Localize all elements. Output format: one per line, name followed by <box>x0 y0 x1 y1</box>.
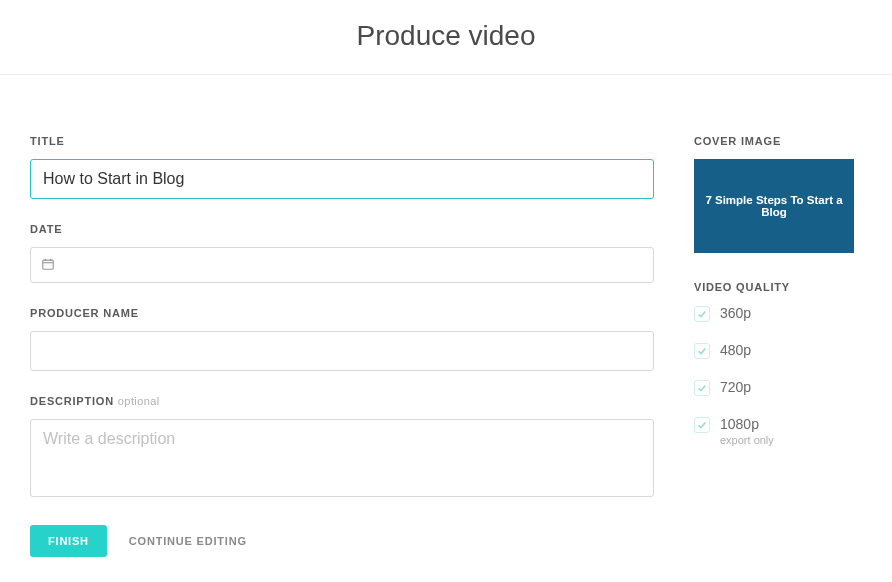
description-optional: optional <box>118 395 160 407</box>
quality-option-720p[interactable]: 720p <box>694 379 862 396</box>
cover-thumb-text: 7 Simple Steps To Start a Blog <box>704 194 844 218</box>
quality-label: 1080p <box>720 416 774 432</box>
title-input[interactable] <box>30 159 654 199</box>
quality-option-1080p[interactable]: 1080p export only <box>694 416 862 446</box>
description-label: DESCRIPTION optional <box>30 395 654 407</box>
description-input[interactable] <box>30 419 654 497</box>
video-quality-label: VIDEO QUALITY <box>694 281 862 293</box>
form-column: TITLE DATE PRODUCER NAME <box>30 135 654 557</box>
title-label: TITLE <box>30 135 654 147</box>
quality-option-360p[interactable]: 360p <box>694 305 862 322</box>
video-quality-list: 360p 480p 720p <box>694 305 862 446</box>
cover-image-label: COVER IMAGE <box>694 135 862 147</box>
checkbox-icon <box>694 306 710 322</box>
page-title: Produce video <box>0 0 892 75</box>
sidebar-column: COVER IMAGE 7 Simple Steps To Start a Bl… <box>694 135 862 557</box>
title-field-group: TITLE <box>30 135 654 199</box>
quality-label: 360p <box>720 305 751 321</box>
continue-editing-button[interactable]: CONTINUE EDITING <box>129 535 247 547</box>
content: TITLE DATE PRODUCER NAME <box>0 75 892 557</box>
producer-label: PRODUCER NAME <box>30 307 654 319</box>
quality-option-480p[interactable]: 480p <box>694 342 862 359</box>
checkbox-icon <box>694 417 710 433</box>
quality-sublabel: export only <box>720 434 774 446</box>
cover-image-thumbnail[interactable]: 7 Simple Steps To Start a Blog <box>694 159 854 253</box>
date-label: DATE <box>30 223 654 235</box>
producer-field-group: PRODUCER NAME <box>30 307 654 371</box>
quality-label: 480p <box>720 342 751 358</box>
svg-rect-0 <box>43 260 54 269</box>
date-field-group: DATE <box>30 223 654 283</box>
calendar-icon <box>41 257 55 274</box>
date-input[interactable] <box>30 247 654 283</box>
quality-label: 720p <box>720 379 751 395</box>
description-field-group: DESCRIPTION optional <box>30 395 654 501</box>
description-label-text: DESCRIPTION <box>30 395 114 407</box>
checkbox-icon <box>694 380 710 396</box>
checkbox-icon <box>694 343 710 359</box>
finish-button[interactable]: FINISH <box>30 525 107 557</box>
button-row: FINISH CONTINUE EDITING <box>30 525 654 557</box>
producer-input[interactable] <box>30 331 654 371</box>
